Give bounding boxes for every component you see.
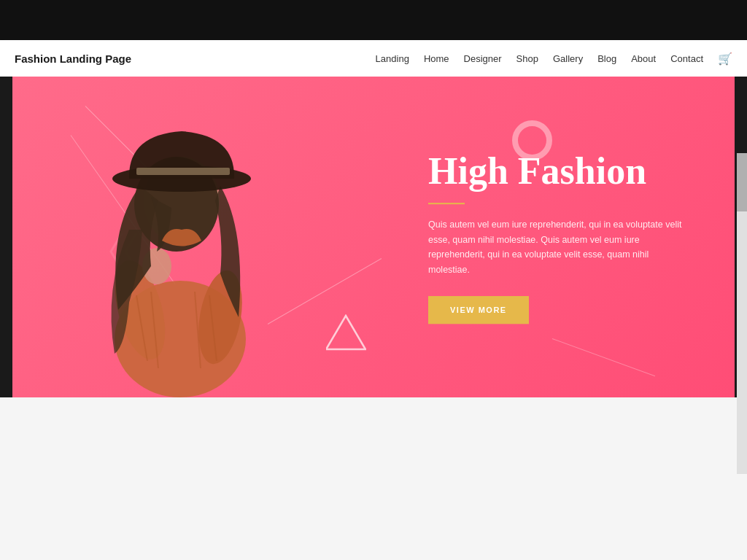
view-more-button[interactable]: VIEW MORE <box>428 296 529 324</box>
nav-item-blog[interactable]: Blog <box>597 52 616 65</box>
nav-item-designer[interactable]: Designer <box>464 52 502 65</box>
scrollbar[interactable] <box>737 153 747 474</box>
cart-button[interactable]: 🛒 <box>718 52 732 66</box>
hero-title: High Fashion <box>428 150 691 192</box>
bottom-area <box>0 397 747 560</box>
nav-item-contact[interactable]: Contact <box>670 52 703 65</box>
navbar: Fashion Landing Page Landing Home Design… <box>0 40 747 77</box>
hero-content: High Fashion Quis autem vel eum iure rep… <box>428 150 691 324</box>
hero-description: Quis autem vel eum iure reprehenderit, q… <box>428 217 691 278</box>
nav-item-home[interactable]: Home <box>424 52 449 65</box>
nav-item-shop[interactable]: Shop <box>516 52 538 65</box>
hero-divider <box>428 203 465 204</box>
brand-logo[interactable]: Fashion Landing Page <box>15 52 131 65</box>
cart-icon[interactable]: 🛒 <box>718 52 732 65</box>
scrollbar-thumb[interactable] <box>737 153 747 211</box>
deco-line-4 <box>552 338 655 376</box>
nav-item-gallery[interactable]: Gallery <box>553 52 583 65</box>
svg-rect-10 <box>136 168 230 175</box>
nav-menu: Landing Home Designer Shop Gallery Blog … <box>376 52 732 66</box>
nav-item-about[interactable]: About <box>631 52 656 65</box>
model-image <box>34 84 341 397</box>
nav-item-landing[interactable]: Landing <box>376 52 409 65</box>
top-bar <box>0 0 747 40</box>
hero-section: High Fashion Quis autem vel eum iure rep… <box>12 77 735 397</box>
